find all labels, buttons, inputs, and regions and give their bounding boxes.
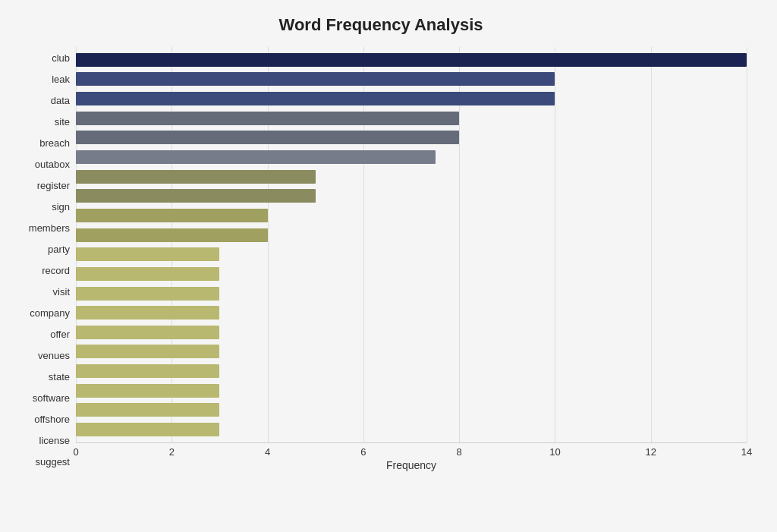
bar-row (76, 227, 747, 244)
y-label: breach (39, 138, 70, 148)
bar (76, 384, 219, 398)
y-axis-labels: clubleakdatasitebreachoutaboxregistersig… (15, 47, 76, 473)
bar-row (76, 52, 747, 68)
bar (76, 267, 219, 281)
y-label: data (51, 96, 70, 105)
bar (76, 53, 747, 67)
bar-row (76, 421, 747, 438)
x-axis: 02468101214 Frequency (76, 442, 747, 473)
bar (76, 170, 316, 184)
bar-row (76, 168, 747, 185)
grid-line (747, 47, 747, 442)
bar (76, 364, 219, 378)
bar (76, 247, 219, 261)
y-label: record (42, 266, 70, 275)
bar (76, 345, 219, 358)
x-tick-label: 4 (265, 446, 270, 458)
bars-region (76, 47, 747, 442)
x-tick-label: 2 (169, 446, 175, 458)
x-tick-label: 14 (741, 446, 752, 458)
bar (76, 150, 436, 164)
bar (76, 306, 219, 320)
y-label: sign (52, 202, 70, 212)
y-label: offshore (34, 414, 70, 424)
chart-container: Word Frequency Analysis clubleakdatasite… (0, 0, 777, 532)
bar-row (76, 187, 747, 204)
y-label: members (29, 223, 70, 233)
bar-row (76, 110, 747, 127)
bar-row (76, 285, 747, 302)
bar-row (76, 149, 747, 165)
bars-inner (76, 47, 747, 442)
bar (76, 112, 459, 125)
bar-row (76, 401, 747, 418)
bar (76, 403, 219, 417)
bar-row (76, 129, 747, 146)
bar-row (76, 382, 747, 399)
x-tick-label: 8 (457, 446, 462, 458)
bar (76, 72, 555, 86)
y-label: leak (52, 74, 70, 84)
bar (76, 287, 219, 301)
y-label: license (39, 436, 70, 445)
chart-title: Word Frequency Analysis (15, 15, 747, 35)
y-label: venues (38, 351, 70, 360)
bar-row (76, 207, 747, 224)
bar (76, 209, 268, 222)
x-tick-label: 6 (360, 446, 366, 458)
bar-row (76, 266, 747, 282)
x-tick-label: 0 (73, 446, 78, 458)
y-label: state (49, 372, 70, 382)
y-label: register (37, 181, 70, 190)
bar (76, 92, 555, 105)
x-tick-label: 12 (645, 446, 656, 458)
y-label: suggest (35, 457, 70, 467)
bars-and-xaxis: 02468101214 Frequency (76, 47, 747, 473)
x-axis-title: Frequency (386, 459, 436, 471)
bar (76, 326, 219, 339)
y-label: party (48, 244, 70, 254)
x-tick-label: 10 (549, 446, 560, 458)
bar-row (76, 324, 747, 341)
y-label: site (55, 117, 70, 127)
bar-row (76, 363, 747, 379)
bar (76, 423, 219, 436)
chart-area: clubleakdatasitebreachoutaboxregistersig… (15, 47, 747, 473)
y-label: visit (53, 287, 70, 297)
bar (76, 228, 268, 242)
bar-row (76, 90, 747, 107)
y-label: company (30, 308, 70, 318)
bar (76, 189, 316, 203)
bar-row (76, 246, 747, 263)
y-label: software (33, 393, 70, 403)
bar (76, 131, 459, 144)
y-label: offer (50, 329, 70, 339)
y-label: club (52, 53, 70, 63)
bar-row (76, 304, 747, 321)
bar-row (76, 343, 747, 360)
bar-row (76, 71, 747, 87)
y-label: outabox (35, 159, 70, 169)
